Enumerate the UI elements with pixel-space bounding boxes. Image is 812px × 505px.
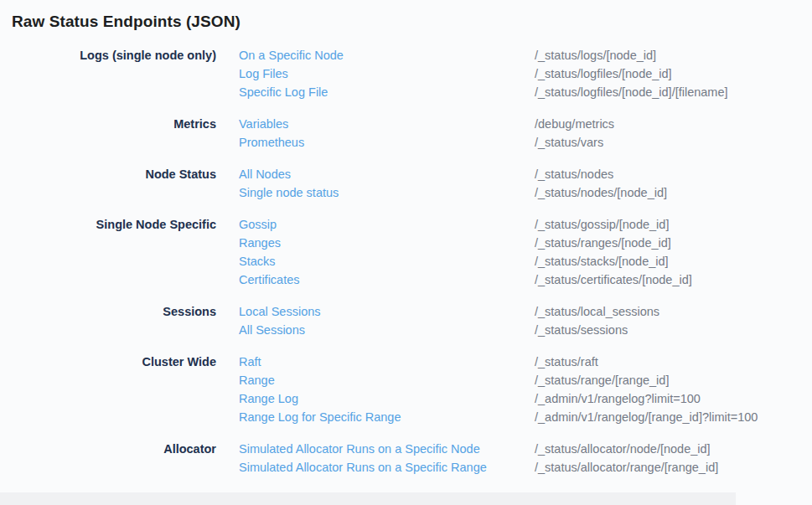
endpoint-link[interactable]: Specific Log File xyxy=(216,83,535,101)
endpoint-path: /_status/gossip/[node_id] xyxy=(535,215,669,234)
endpoint-category-label: Logs (single node only) xyxy=(12,46,216,64)
endpoint-path: /_admin/v1/rangelog/[range_id]?limit=100 xyxy=(535,408,758,426)
endpoint-link[interactable]: Gossip xyxy=(216,215,535,234)
endpoint-row: All Nodes /_status/nodes xyxy=(216,165,812,183)
endpoint-row: Single node status /_status/nodes/[node_… xyxy=(216,183,812,202)
endpoint-link[interactable]: Ranges xyxy=(216,234,535,252)
endpoint-row: Simulated Allocator Runs on a Specific R… xyxy=(216,458,812,477)
endpoint-path: /_status/range/[range_id] xyxy=(535,371,669,389)
endpoint-row: All Sessions /_status/sessions xyxy=(216,321,812,339)
endpoint-row: Stacks /_status/stacks/[node_id] xyxy=(216,252,812,271)
endpoint-path: /_status/allocator/node/[node_id] xyxy=(535,440,711,458)
endpoint-link[interactable]: Single node status xyxy=(216,183,535,202)
endpoint-link[interactable]: Raft xyxy=(216,353,535,371)
endpoint-path: /_status/stacks/[node_id] xyxy=(535,252,669,271)
endpoint-row: Variables /debug/metrics xyxy=(216,115,812,133)
footer-strip xyxy=(0,492,736,505)
endpoint-link[interactable]: Range xyxy=(216,371,535,389)
endpoint-link[interactable]: Certificates xyxy=(216,271,535,289)
endpoint-row: Gossip /_status/gossip/[node_id] xyxy=(216,215,812,234)
endpoint-group: Metrics Variables /debug/metrics Prometh… xyxy=(0,115,812,152)
endpoint-category-label: Cluster Wide xyxy=(12,353,216,371)
endpoint-link[interactable]: All Sessions xyxy=(216,321,535,339)
endpoint-rows: On a Specific Node /_status/logs/[node_i… xyxy=(216,46,812,101)
endpoint-row: On a Specific Node /_status/logs/[node_i… xyxy=(216,46,812,64)
endpoint-link[interactable]: Simulated Allocator Runs on a Specific N… xyxy=(216,440,535,458)
endpoint-row: Ranges /_status/ranges/[node_id] xyxy=(216,234,812,252)
endpoint-category-label: Node Status xyxy=(12,165,216,183)
endpoint-row: Local Sessions /_status/local_sessions xyxy=(216,302,812,321)
endpoint-group: Sessions Local Sessions /_status/local_s… xyxy=(0,302,812,339)
endpoint-path: /_status/vars xyxy=(535,133,603,152)
endpoint-link[interactable]: Range Log xyxy=(216,389,535,408)
endpoint-link[interactable]: All Nodes xyxy=(216,165,535,183)
endpoint-row: Simulated Allocator Runs on a Specific N… xyxy=(216,440,812,458)
endpoint-rows: Gossip /_status/gossip/[node_id] Ranges … xyxy=(216,215,812,289)
endpoint-link[interactable]: Variables xyxy=(216,115,535,133)
endpoint-path: /_status/nodes/[node_id] xyxy=(535,183,667,202)
endpoint-row: Range Log /_admin/v1/rangelog?limit=100 xyxy=(216,389,812,408)
endpoints-table: Logs (single node only) On a Specific No… xyxy=(0,46,812,477)
endpoint-path: /_status/certificates/[node_id] xyxy=(535,271,692,289)
endpoint-path: /_status/logfiles/[node_id] xyxy=(535,64,672,83)
endpoint-path: /_status/raft xyxy=(535,353,598,371)
endpoint-path: /_status/local_sessions xyxy=(535,302,659,321)
endpoint-link[interactable]: Simulated Allocator Runs on a Specific R… xyxy=(216,458,535,477)
endpoint-path: /_admin/v1/rangelog?limit=100 xyxy=(535,389,701,408)
endpoint-row: Specific Log File /_status/logfiles/[nod… xyxy=(216,83,812,101)
endpoint-path: /debug/metrics xyxy=(535,115,614,133)
endpoint-link[interactable]: Local Sessions xyxy=(216,302,535,321)
endpoint-rows: Local Sessions /_status/local_sessions A… xyxy=(216,302,812,339)
page-title: Raw Status Endpoints (JSON) xyxy=(12,13,812,31)
endpoint-row: Range /_status/range/[range_id] xyxy=(216,371,812,389)
endpoint-rows: Variables /debug/metrics Prometheus /_st… xyxy=(216,115,812,152)
endpoint-category-label: Metrics xyxy=(12,115,216,133)
endpoint-path: /_status/sessions xyxy=(535,321,628,339)
endpoint-group: Single Node Specific Gossip /_status/gos… xyxy=(0,215,812,289)
endpoint-link[interactable]: On a Specific Node xyxy=(216,46,535,64)
endpoint-category-label: Sessions xyxy=(12,302,216,321)
endpoint-category-label: Allocator xyxy=(12,440,216,458)
endpoint-rows: Simulated Allocator Runs on a Specific N… xyxy=(216,440,812,477)
endpoint-link[interactable]: Stacks xyxy=(216,252,535,271)
endpoint-link[interactable]: Range Log for Specific Range xyxy=(216,408,535,426)
endpoint-path: /_status/ranges/[node_id] xyxy=(535,234,671,252)
endpoint-path: /_status/logfiles/[node_id]/[filename] xyxy=(535,83,728,101)
endpoint-row: Range Log for Specific Range /_admin/v1/… xyxy=(216,408,812,426)
endpoint-row: Prometheus /_status/vars xyxy=(216,133,812,152)
endpoint-path: /_status/nodes xyxy=(535,165,613,183)
endpoint-rows: All Nodes /_status/nodes Single node sta… xyxy=(216,165,812,202)
endpoint-group: Node Status All Nodes /_status/nodes Sin… xyxy=(0,165,812,202)
endpoint-row: Log Files /_status/logfiles/[node_id] xyxy=(216,64,812,83)
endpoint-group: Allocator Simulated Allocator Runs on a … xyxy=(0,440,812,477)
endpoint-row: Raft /_status/raft xyxy=(216,353,812,371)
endpoint-group: Logs (single node only) On a Specific No… xyxy=(0,46,812,101)
endpoint-link[interactable]: Log Files xyxy=(216,64,535,83)
endpoint-row: Certificates /_status/certificates/[node… xyxy=(216,271,812,289)
endpoint-rows: Raft /_status/raft Range /_status/range/… xyxy=(216,353,812,426)
endpoint-category-label: Single Node Specific xyxy=(12,215,216,234)
endpoint-path: /_status/allocator/range/[range_id] xyxy=(535,458,718,477)
endpoint-path: /_status/logs/[node_id] xyxy=(535,46,656,64)
endpoint-link[interactable]: Prometheus xyxy=(216,133,535,152)
endpoint-group: Cluster Wide Raft /_status/raft Range /_… xyxy=(0,353,812,426)
